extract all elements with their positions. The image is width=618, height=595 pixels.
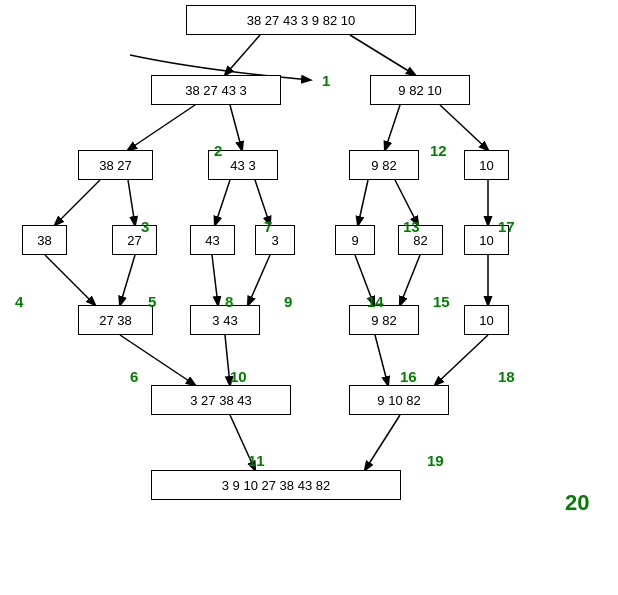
node-n3: 38 — [22, 225, 67, 255]
node-n11: 3 27 38 43 — [151, 385, 291, 415]
step-num-16: 16 — [400, 368, 417, 385]
step-num-13: 13 — [403, 218, 420, 235]
step-num-12: 12 — [430, 142, 447, 159]
svg-line-5 — [385, 105, 400, 150]
node-root: 38 27 43 3 9 82 10 — [186, 5, 416, 35]
node-n14: 9 — [335, 225, 375, 255]
node-n9: 3 — [255, 225, 295, 255]
node-n8: 43 — [190, 225, 235, 255]
svg-line-1 — [225, 35, 260, 75]
svg-line-14 — [45, 255, 95, 305]
svg-line-26 — [365, 415, 400, 470]
node-final: 3 9 10 27 38 43 82 — [151, 470, 401, 500]
svg-line-2 — [350, 35, 415, 75]
step-num-17: 17 — [498, 218, 515, 235]
svg-line-24 — [435, 335, 488, 385]
node-n17: 10 — [464, 150, 509, 180]
svg-line-17 — [248, 255, 270, 305]
node-n18: 10 — [464, 305, 509, 335]
step-num-6: 6 — [130, 368, 138, 385]
step-num-8: 8 — [225, 293, 233, 310]
node-n5: 27 — [112, 225, 157, 255]
step-num-9: 9 — [284, 293, 292, 310]
step-num-5: 5 — [148, 293, 156, 310]
svg-line-7 — [55, 180, 100, 225]
svg-line-23 — [375, 335, 388, 385]
node-n19: 9 10 82 — [349, 385, 449, 415]
node-n1: 38 27 43 3 — [151, 75, 281, 105]
step-num-4: 4 — [15, 293, 23, 310]
step-num-14: 14 — [367, 293, 384, 310]
node-n13: 9 82 — [349, 150, 419, 180]
step-num-1: 1 — [322, 72, 330, 89]
step-num-10: 10 — [230, 368, 247, 385]
step-num-18: 18 — [498, 368, 515, 385]
annotation-text — [5, 5, 135, 34]
step-num-3: 3 — [141, 218, 149, 235]
svg-line-6 — [440, 105, 488, 150]
svg-line-16 — [212, 255, 218, 305]
node-n6: 27 38 — [78, 305, 153, 335]
step-num-19: 19 — [427, 452, 444, 469]
node-n2: 38 27 — [78, 150, 153, 180]
arrows-svg — [0, 0, 618, 595]
svg-line-15 — [120, 255, 135, 305]
svg-line-11 — [358, 180, 368, 225]
node-n16: 9 82 — [349, 305, 419, 335]
svg-line-8 — [128, 180, 135, 225]
svg-line-19 — [400, 255, 420, 305]
step-num-15: 15 — [433, 293, 450, 310]
svg-line-4 — [230, 105, 242, 150]
step-num-20: 20 — [565, 490, 589, 516]
svg-line-3 — [128, 105, 195, 150]
svg-line-9 — [215, 180, 230, 225]
node-n12: 9 82 10 — [370, 75, 470, 105]
step-num-11: 11 — [248, 452, 265, 469]
step-num-2: 2 — [214, 142, 222, 159]
step-num-7: 7 — [264, 218, 272, 235]
